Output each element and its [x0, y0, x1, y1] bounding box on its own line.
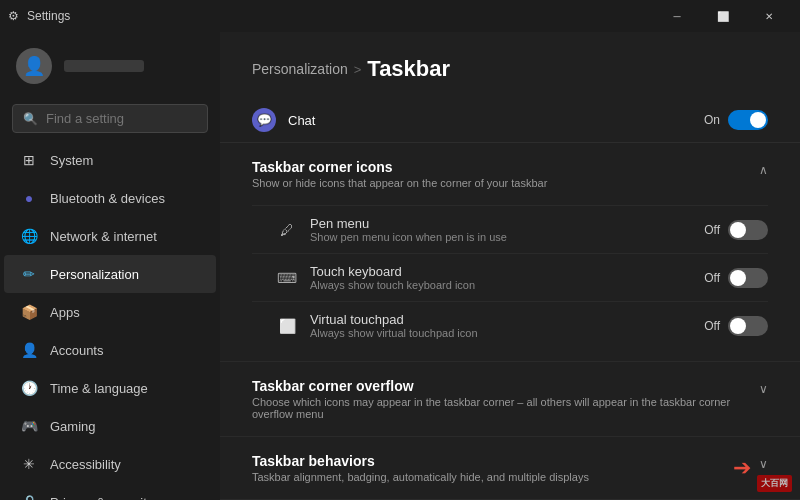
search-icon: 🔍 [23, 112, 38, 126]
sidebar-item-label-network: Network & internet [50, 229, 157, 244]
sidebar-item-network[interactable]: 🌐 Network & internet [4, 217, 216, 255]
red-arrow-annotation: ➔ [733, 455, 751, 481]
section-title-wrap-behaviors: Taskbar behaviors Taskbar alignment, bad… [252, 453, 733, 483]
personalization-icon: ✏ [20, 265, 38, 283]
user-section: 👤 [0, 40, 220, 100]
gaming-icon: 🎮 [20, 417, 38, 435]
sidebar-item-privacy[interactable]: 🔒 Privacy & security [4, 483, 216, 500]
setting-text-virtual-touchpad: Virtual touchpad Always show virtual tou… [310, 312, 692, 339]
section-title-corner-overflow: Taskbar corner overflow [252, 378, 759, 394]
virtual-touchpad-toggle[interactable] [728, 316, 768, 336]
section-subtitle-corner-icons: Show or hide icons that appear on the co… [252, 177, 759, 189]
pen-menu-toggle[interactable] [728, 220, 768, 240]
bluetooth-icon: ● [20, 189, 38, 207]
content-area: Personalization > Taskbar 💬 Chat On Task… [220, 32, 800, 500]
sidebar-item-time[interactable]: 🕐 Time & language [4, 369, 216, 407]
title-bar-left: ⚙ Settings [8, 9, 70, 23]
sidebar-item-system[interactable]: ⊞ System [4, 141, 216, 179]
avatar-icon: 👤 [23, 55, 45, 77]
virtual-touchpad-toggle-state: Off [704, 319, 720, 333]
pen-menu-icon: 🖊 [276, 219, 298, 241]
title-bar: ⚙ Settings ─ ⬜ ✕ [0, 0, 800, 32]
maximize-button[interactable]: ⬜ [700, 0, 746, 32]
network-icon: 🌐 [20, 227, 38, 245]
section-title-corner-icons: Taskbar corner icons [252, 159, 759, 175]
chevron-behaviors: ∨ [759, 457, 768, 471]
section-subtitle-corner-overflow: Choose which icons may appear in the tas… [252, 396, 759, 420]
setting-label-pen-menu: Pen menu [310, 216, 692, 231]
sidebar-item-label-privacy: Privacy & security [50, 495, 153, 501]
setting-row-virtual-touchpad: ⬜ Virtual touchpad Always show virtual t… [252, 301, 768, 349]
setting-desc-virtual-touchpad: Always show virtual touchpad icon [310, 327, 692, 339]
chevron-corner-icons: ∧ [759, 163, 768, 177]
settings-app-icon: ⚙ [8, 9, 19, 23]
minimize-button[interactable]: ─ [654, 0, 700, 32]
sidebar-item-apps[interactable]: 📦 Apps [4, 293, 216, 331]
title-bar-controls: ─ ⬜ ✕ [654, 0, 792, 32]
search-box[interactable]: 🔍 [12, 104, 208, 133]
setting-row-pen-menu: 🖊 Pen menu Show pen menu icon when pen i… [252, 205, 768, 253]
close-button[interactable]: ✕ [746, 0, 792, 32]
sidebar-item-label-gaming: Gaming [50, 419, 96, 434]
setting-row-touch-keyboard: ⌨ Touch keyboard Always show touch keybo… [252, 253, 768, 301]
touch-keyboard-toggle[interactable] [728, 268, 768, 288]
setting-text-pen-menu: Pen menu Show pen menu icon when pen is … [310, 216, 692, 243]
chat-label: Chat [288, 113, 704, 128]
time-icon: 🕐 [20, 379, 38, 397]
section-title-behaviors: Taskbar behaviors [252, 453, 733, 469]
sidebar-item-accessibility[interactable]: ✳ Accessibility [4, 445, 216, 483]
touch-keyboard-toggle-state: Off [704, 271, 720, 285]
virtual-touchpad-toggle-group: Off [704, 316, 768, 336]
breadcrumb-parent: Personalization [252, 61, 348, 77]
sidebar: 👤 🔍 ⊞ System ● Bluetooth & devices 🌐 Net… [0, 32, 220, 500]
sidebar-item-gaming[interactable]: 🎮 Gaming [4, 407, 216, 445]
sidebar-item-label-apps: Apps [50, 305, 80, 320]
breadcrumb-current: Taskbar [367, 56, 450, 82]
chat-toggle-group: On [704, 110, 768, 130]
sidebar-item-personalization[interactable]: ✏ Personalization [4, 255, 216, 293]
section-header-behaviors[interactable]: Taskbar behaviors Taskbar alignment, bad… [220, 437, 800, 499]
section-body-corner-icons: 🖊 Pen menu Show pen menu icon when pen i… [220, 205, 800, 361]
section-title-wrap-corner-icons: Taskbar corner icons Show or hide icons … [252, 159, 759, 189]
touch-keyboard-toggle-knob [730, 270, 746, 286]
sidebar-item-label-time: Time & language [50, 381, 148, 396]
setting-label-virtual-touchpad: Virtual touchpad [310, 312, 692, 327]
app-container: 👤 🔍 ⊞ System ● Bluetooth & devices 🌐 Net… [0, 32, 800, 500]
sidebar-item-label-accounts: Accounts [50, 343, 103, 358]
breadcrumb: Personalization > Taskbar [220, 32, 800, 98]
section-header-corner-icons[interactable]: Taskbar corner icons Show or hide icons … [220, 143, 800, 205]
privacy-icon: 🔒 [20, 493, 38, 500]
setting-text-touch-keyboard: Touch keyboard Always show touch keyboar… [310, 264, 692, 291]
sidebar-item-accounts[interactable]: 👤 Accounts [4, 331, 216, 369]
virtual-touchpad-toggle-knob [730, 318, 746, 334]
sidebar-item-label-accessibility: Accessibility [50, 457, 121, 472]
accessibility-icon: ✳ [20, 455, 38, 473]
setting-label-touch-keyboard: Touch keyboard [310, 264, 692, 279]
search-input[interactable] [46, 111, 197, 126]
touch-keyboard-icon: ⌨ [276, 267, 298, 289]
chat-icon: 💬 [252, 108, 276, 132]
pen-menu-toggle-group: Off [704, 220, 768, 240]
chevron-corner-overflow: ∨ [759, 382, 768, 396]
section-subtitle-behaviors: Taskbar alignment, badging, automaticall… [252, 471, 733, 483]
watermark: 大百网 [757, 475, 792, 492]
chat-symbol: 💬 [257, 113, 272, 127]
section-header-corner-overflow[interactable]: Taskbar corner overflow Choose which ico… [220, 362, 800, 436]
sidebar-item-label-system: System [50, 153, 93, 168]
section-taskbar-behaviors: Taskbar behaviors Taskbar alignment, bad… [220, 437, 800, 500]
sidebar-item-label-bluetooth: Bluetooth & devices [50, 191, 165, 206]
avatar: 👤 [16, 48, 52, 84]
virtual-touchpad-icon: ⬜ [276, 315, 298, 337]
pen-menu-toggle-state: Off [704, 223, 720, 237]
chat-toggle[interactable] [728, 110, 768, 130]
touch-keyboard-toggle-group: Off [704, 268, 768, 288]
breadcrumb-separator: > [354, 62, 362, 77]
chat-row: 💬 Chat On [220, 98, 800, 143]
section-taskbar-corner-overflow: Taskbar corner overflow Choose which ico… [220, 362, 800, 437]
chat-toggle-state-label: On [704, 113, 720, 127]
sidebar-item-bluetooth[interactable]: ● Bluetooth & devices [4, 179, 216, 217]
section-title-wrap-corner-overflow: Taskbar corner overflow Choose which ico… [252, 378, 759, 420]
pen-menu-toggle-knob [730, 222, 746, 238]
chat-toggle-knob [750, 112, 766, 128]
sidebar-item-label-personalization: Personalization [50, 267, 139, 282]
